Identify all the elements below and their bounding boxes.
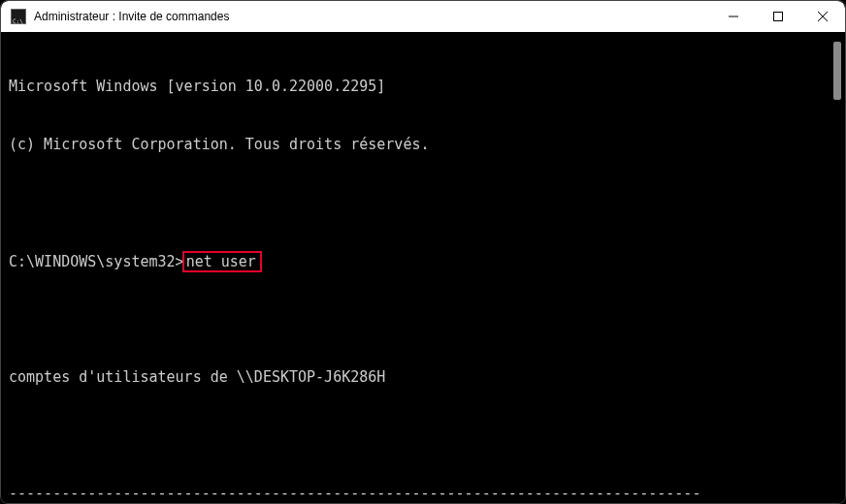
command-highlight: net user — [182, 251, 262, 272]
close-button[interactable] — [800, 1, 845, 32]
prompt-path: C:\WINDOWS\system32> — [9, 253, 184, 270]
accounts-header: comptes d'utilisateurs de \\DESKTOP-J6K2… — [9, 367, 845, 387]
maximize-button[interactable] — [756, 1, 800, 32]
close-icon — [818, 12, 828, 21]
separator-line: ----------------------------------------… — [9, 484, 845, 503]
svg-rect-0 — [774, 13, 783, 21]
maximize-icon — [773, 12, 783, 21]
minimize-icon — [729, 12, 738, 21]
prompt-line-1: C:\WINDOWS\system32>net user — [9, 251, 845, 270]
window-title: Administrateur : Invite de commandes — [34, 7, 229, 26]
window-titlebar[interactable]: Administrateur : Invite de commandes — [1, 1, 845, 32]
command-text: net user — [186, 253, 256, 270]
scrollbar-thumb[interactable] — [833, 42, 841, 100]
cmd-icon — [11, 9, 26, 24]
minimize-button[interactable] — [711, 1, 756, 32]
version-line: Microsoft Windows [version 10.0.22000.22… — [9, 77, 845, 96]
copyright-line: (c) Microsoft Corporation. Tous droits r… — [9, 135, 845, 154]
terminal-area[interactable]: Microsoft Windows [version 10.0.22000.22… — [1, 32, 845, 503]
